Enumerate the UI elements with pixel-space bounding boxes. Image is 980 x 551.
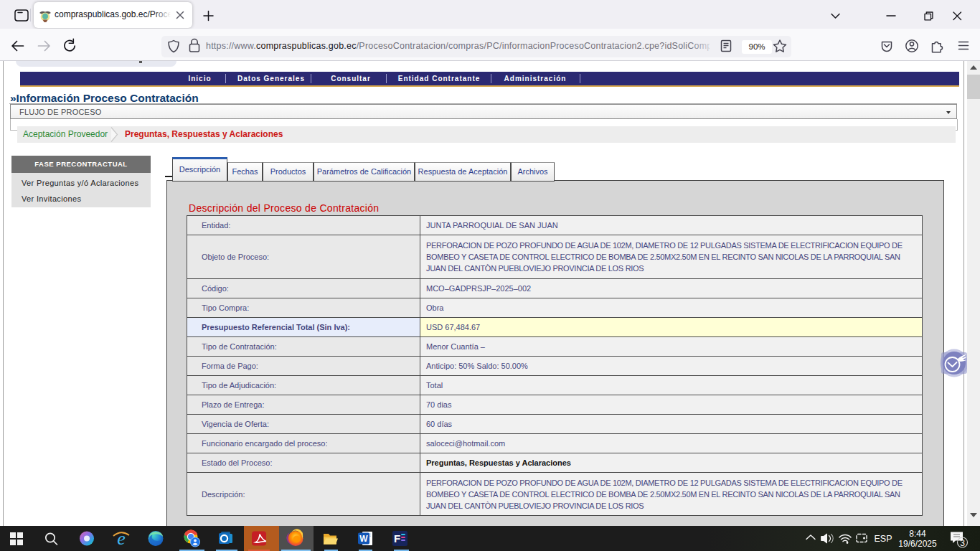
svg-text:e: e xyxy=(117,528,126,549)
svg-text:8:44: 8:44 xyxy=(909,529,926,539)
svg-text:ESP: ESP xyxy=(874,534,892,544)
svg-text:W: W xyxy=(359,534,368,544)
svg-text:19/6/2025: 19/6/2025 xyxy=(898,539,937,549)
svg-text:F: F xyxy=(394,532,400,545)
svg-text:3: 3 xyxy=(960,538,965,548)
